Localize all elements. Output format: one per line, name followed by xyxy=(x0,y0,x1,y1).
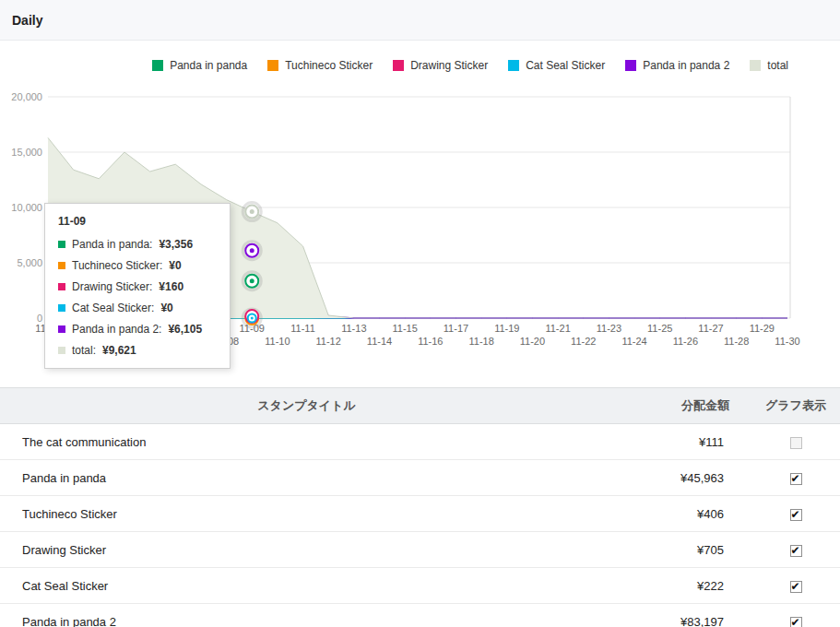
svg-text:11-16: 11-16 xyxy=(418,336,443,347)
tooltip-item: Cat Seal Sticker: ¥0 xyxy=(58,302,217,314)
tooltip-item-value: ¥160 xyxy=(159,280,183,293)
graph-display-cell xyxy=(751,532,840,568)
graph-display-checkbox[interactable] xyxy=(790,509,802,521)
tooltip-item: Tuchineco Sticker: ¥0 xyxy=(58,259,217,272)
sticker-title: The cat communication xyxy=(0,424,613,460)
tooltip-item: Drawing Sticker: ¥160 xyxy=(58,280,217,293)
tooltip-item-value: ¥9,621 xyxy=(102,344,136,357)
table-row: Panda in panda 2¥83,197 xyxy=(0,604,840,627)
tooltip-item-swatch xyxy=(58,283,65,290)
svg-text:11-18: 11-18 xyxy=(468,336,493,347)
graph-display-checkbox[interactable] xyxy=(790,473,802,485)
legend-swatch xyxy=(152,60,163,71)
sticker-amount: ¥111 xyxy=(613,424,751,460)
svg-text:11-28: 11-28 xyxy=(724,336,749,347)
col-header-graph-display: グラフ表示 xyxy=(751,388,840,424)
tooltip-item-value: ¥0 xyxy=(169,259,181,272)
tooltip-item: total: ¥9,621 xyxy=(58,344,217,357)
svg-text:10,000: 10,000 xyxy=(11,202,42,213)
graph-display-cell xyxy=(751,604,840,627)
tooltip-item-swatch xyxy=(58,241,65,248)
sticker-amount: ¥222 xyxy=(613,568,751,604)
legend-item[interactable]: Cat Seal Sticker xyxy=(508,59,605,72)
legend-item[interactable]: Drawing Sticker xyxy=(393,59,488,72)
svg-text:11-17: 11-17 xyxy=(444,323,468,334)
sticker-amount: ¥705 xyxy=(613,532,751,568)
sticker-amount: ¥83,197 xyxy=(613,604,751,627)
svg-text:11-13: 11-13 xyxy=(341,323,366,334)
svg-text:11-20: 11-20 xyxy=(520,336,545,347)
period-header: Daily xyxy=(0,0,840,41)
svg-text:20,000: 20,000 xyxy=(11,91,42,102)
graph-display-checkbox[interactable] xyxy=(790,437,802,449)
table-header-row: スタンプタイトル 分配金額 グラフ表示 xyxy=(0,388,840,424)
tooltip-item-value: ¥0 xyxy=(160,302,172,314)
svg-text:11-12: 11-12 xyxy=(316,336,341,347)
svg-text:11-22: 11-22 xyxy=(571,336,596,347)
tooltip-item-swatch xyxy=(58,347,65,354)
tooltip-item: Panda in panda: ¥3,356 xyxy=(58,238,217,251)
chart-tooltip: 11-09 Panda in panda: ¥3,356Tuchineco St… xyxy=(44,203,231,369)
sticker-title: Cat Seal Sticker xyxy=(0,568,613,604)
legend-swatch xyxy=(508,60,519,71)
graph-display-cell xyxy=(751,424,840,460)
col-header-amount: 分配金額 xyxy=(613,388,751,424)
svg-text:11-26: 11-26 xyxy=(673,336,698,347)
tooltip-item-label: Panda in panda: xyxy=(72,238,152,251)
tooltip-item-swatch xyxy=(58,304,65,312)
svg-text:11-19: 11-19 xyxy=(494,323,519,334)
graph-display-cell xyxy=(751,568,840,604)
tooltip-item-swatch xyxy=(58,325,65,333)
table-body: The cat communication¥111Panda in panda¥… xyxy=(0,424,840,627)
tooltip-item-value: ¥3,356 xyxy=(159,238,193,251)
sticker-title: Panda in panda 2 xyxy=(0,604,613,627)
table-row: Drawing Sticker¥705 xyxy=(0,532,840,568)
legend-item[interactable]: Panda in panda 2 xyxy=(625,59,729,72)
legend-item[interactable]: Tuchineco Sticker xyxy=(267,59,373,72)
svg-text:11-10: 11-10 xyxy=(265,336,290,347)
legend-item[interactable]: total xyxy=(750,59,788,72)
svg-text:11-30: 11-30 xyxy=(775,336,799,347)
svg-text:11-11: 11-11 xyxy=(290,323,315,334)
chart-legend: Panda in pandaTuchineco StickerDrawing S… xyxy=(152,59,788,72)
svg-text:11-14: 11-14 xyxy=(367,336,392,347)
svg-text:11-23: 11-23 xyxy=(597,323,621,334)
svg-text:11-21: 11-21 xyxy=(545,323,570,334)
sticker-title: Drawing Sticker xyxy=(0,532,613,568)
graph-display-checkbox[interactable] xyxy=(790,617,802,627)
legend-label: Drawing Sticker xyxy=(410,59,488,72)
sticker-title: Panda in panda xyxy=(0,460,613,496)
graph-display-checkbox[interactable] xyxy=(790,545,802,557)
period-title: Daily xyxy=(12,13,42,28)
legend-swatch xyxy=(267,60,278,71)
graph-display-cell xyxy=(751,496,840,532)
tooltip-date: 11-09 xyxy=(58,215,217,228)
legend-swatch xyxy=(393,60,404,71)
svg-text:11-29: 11-29 xyxy=(750,323,775,334)
table-row: The cat communication¥111 xyxy=(0,424,840,460)
tooltip-item-label: Drawing Sticker: xyxy=(72,280,152,293)
legend-swatch xyxy=(625,60,636,71)
table-row: Tuchineco Sticker¥406 xyxy=(0,496,840,532)
legend-label: Tuchineco Sticker xyxy=(285,59,373,72)
tooltip-item: Panda in panda 2: ¥6,105 xyxy=(58,323,217,336)
col-header-stamp-title: スタンプタイトル xyxy=(0,388,613,424)
svg-text:15,000: 15,000 xyxy=(11,147,42,158)
legend-item[interactable]: Panda in panda xyxy=(152,59,247,72)
graph-display-cell xyxy=(751,460,840,496)
tooltip-item-label: Cat Seal Sticker: xyxy=(72,302,154,314)
tooltip-item-swatch xyxy=(58,262,65,269)
tooltip-item-value: ¥6,105 xyxy=(168,323,202,336)
svg-text:11-25: 11-25 xyxy=(647,323,672,334)
table-row: Panda in panda¥45,963 xyxy=(0,460,840,496)
svg-text:11-15: 11-15 xyxy=(393,323,418,334)
graph-display-checkbox[interactable] xyxy=(790,581,802,593)
legend-label: Panda in panda 2 xyxy=(643,59,729,72)
sticker-amount: ¥45,963 xyxy=(613,460,751,496)
svg-text:11-24: 11-24 xyxy=(621,336,646,347)
legend-label: Panda in panda xyxy=(170,59,247,72)
legend-label: total xyxy=(767,59,788,72)
stamp-table: スタンプタイトル 分配金額 グラフ表示 The cat communicatio… xyxy=(0,387,840,627)
svg-text:11-27: 11-27 xyxy=(698,323,723,334)
sticker-amount: ¥406 xyxy=(613,496,751,532)
